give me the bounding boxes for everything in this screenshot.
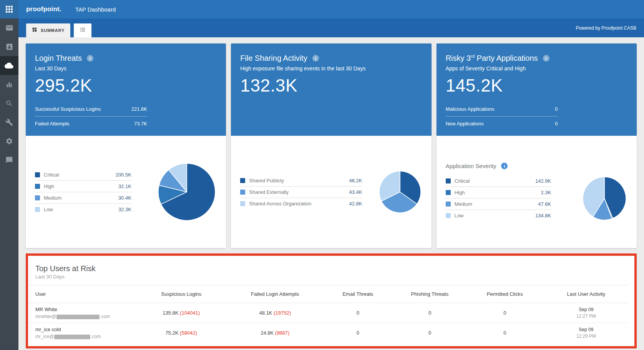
cloud-icon [5, 61, 14, 70]
sidebar-item-reports[interactable] [0, 75, 18, 94]
table-row[interactable]: MR White mrwhite@.com 135.8K (104041) 48… [28, 303, 628, 323]
legend-row: Shared Externally43.4K [240, 187, 362, 198]
card-risky-apps-header: Risky 3rd Party Applications i Apps of S… [437, 43, 637, 136]
info-icon[interactable]: i [312, 55, 319, 62]
top-users-table: User Suspicious Logins Failed Login Atte… [28, 285, 628, 343]
top-users-at-risk-panel: Top Users at Risk Last 30 Days User Susp… [26, 253, 637, 348]
permitted-clicks-value: 0 [466, 303, 544, 323]
info-icon[interactable]: i [87, 55, 93, 62]
sidebar-item-contacts[interactable] [0, 37, 18, 56]
column-header-user[interactable]: User [28, 285, 134, 303]
app-severity-pie-chart [582, 176, 627, 221]
column-header-email-threats[interactable]: Email Threats [322, 285, 394, 303]
redaction-box [56, 315, 100, 319]
card-metric-value: 295.2K [35, 75, 217, 96]
card-metric-value: 132.3K [240, 75, 422, 96]
sidebar-item-feedback[interactable] [0, 150, 18, 169]
chat-bubble-icon [5, 156, 13, 164]
panel-title: Top Users at Risk [28, 264, 634, 273]
column-header-failed-login-attempts[interactable]: Failed Login Attempts [228, 285, 322, 303]
legend-swatch [446, 213, 451, 218]
card-risky-apps: Risky 3rd Party Applications i Apps of S… [437, 43, 637, 248]
info-icon[interactable]: i [543, 55, 549, 62]
contact-card-icon [5, 43, 13, 51]
user-name: mr_ice cold [35, 327, 132, 332]
card-title: Login Threats [35, 54, 82, 63]
severity-legend: Critical200.5K High32.1K Medium30.4K Low… [35, 169, 131, 215]
stat-row: Failed Attempts73.7K [35, 117, 147, 131]
login-threats-pie-chart [158, 163, 216, 221]
summary-cards-row: Login Threats i Last 30 Days 295.2K Succ… [26, 43, 637, 248]
column-header-phishing-threats[interactable]: Phishing Threats [394, 285, 466, 303]
card-subtitle: Apps of Severity Critical and High [446, 65, 627, 72]
sidebar-item-cloud-casb[interactable] [0, 56, 18, 75]
main-area: proofpoint. TAP Dashboard SUMMARY Powere… [18, 0, 644, 350]
legend-swatch [35, 195, 40, 200]
powered-by-label: Powered by Proofpoint CASB [576, 25, 636, 31]
card-subtitle: High exposure file sharing events in the… [240, 65, 422, 72]
legend-swatch [35, 207, 40, 212]
gear-icon [5, 137, 13, 145]
legend-row: Critical142.9K [446, 175, 551, 187]
wrench-icon [5, 118, 13, 126]
user-name: MR White [35, 307, 132, 312]
tab-bar: SUMMARY Powered by Proofpoint CASB [18, 18, 644, 37]
email-threats-value: 0 [322, 303, 394, 323]
card-stats: Malicious Applications0 New Applications… [446, 102, 558, 131]
card-login-threats: Login Threats i Last 30 Days 295.2K Succ… [26, 43, 226, 248]
tabs: SUMMARY [26, 23, 91, 37]
sidebar-item-tools[interactable] [0, 113, 18, 132]
card-stats: Successful Suspicious Logins221.6K Faile… [35, 102, 147, 131]
tab-summary-label: SUMMARY [41, 28, 65, 33]
application-severity-label: Application Severity [446, 163, 496, 169]
top-header: proofpoint. TAP Dashboard [18, 0, 644, 18]
sidebar [0, 0, 18, 350]
permitted-clicks-value: 0 [466, 323, 544, 343]
stat-row: Malicious Applications0 [446, 102, 558, 117]
card-login-threats-header: Login Threats i Last 30 Days 295.2K Succ… [26, 43, 226, 136]
legend-row: Medium30.4K [35, 192, 131, 204]
last-user-activity-value: Sep 09 12:27 PM [544, 303, 628, 323]
tab-list-view[interactable] [74, 23, 91, 37]
column-header-permitted-clicks[interactable]: Permitted Clicks [466, 285, 544, 303]
search-icon [5, 100, 13, 107]
card-title: File Sharing Activity [240, 54, 307, 63]
card-login-threats-breakdown: Critical200.5K High32.1K Medium30.4K Low… [26, 136, 226, 248]
legend-swatch [240, 178, 245, 183]
card-metric-value: 145.2K [446, 75, 627, 96]
app-root: proofpoint. TAP Dashboard SUMMARY Powere… [0, 0, 644, 350]
app-grid-button[interactable] [0, 0, 18, 18]
stat-row: Successful Suspicious Logins221.6K [35, 102, 147, 117]
list-icon [80, 27, 86, 34]
column-header-suspicious-logins[interactable]: Suspicious Logins [134, 285, 228, 303]
user-email: mrwhite@.com [35, 314, 132, 319]
panel-subtitle: Last 30 Days [28, 273, 634, 285]
sidebar-item-mail[interactable] [0, 18, 18, 37]
page-title: TAP Dashboard [75, 6, 116, 13]
legend-swatch [446, 178, 451, 183]
dashboard-content: Login Threats i Last 30 Days 295.2K Succ… [18, 37, 644, 350]
info-icon[interactable]: i [501, 163, 508, 169]
sidebar-item-settings[interactable] [0, 132, 18, 150]
stat-row: New Applications0 [446, 117, 558, 131]
apps-grid-icon [6, 6, 13, 13]
sharing-legend: Shared Publicly46.2K Shared Externally43… [240, 175, 362, 209]
legend-row: Shared Publicly46.2K [240, 175, 362, 187]
mail-icon [5, 24, 13, 32]
tab-summary[interactable]: SUMMARY [26, 23, 70, 37]
table-row[interactable]: mr_ice cold mr_ice@.com 75.2K (58042) 24… [28, 323, 628, 343]
column-header-last-user-activity[interactable]: Last User Activity [544, 285, 628, 303]
legend-swatch [446, 190, 451, 195]
legend-row: High2.3K [446, 187, 551, 198]
suspicious-logins-value: 75.2K (58042) [134, 323, 228, 343]
card-file-sharing: File Sharing Activity i High exposure fi… [231, 43, 431, 248]
legend-row: Medium47.6K [446, 198, 551, 210]
last-user-activity-value: Sep 09 12:29 PM [544, 323, 628, 343]
sidebar-item-search[interactable] [0, 94, 18, 113]
card-file-sharing-header: File Sharing Activity i High exposure fi… [231, 43, 431, 136]
legend-swatch [35, 172, 40, 177]
card-subtitle: Last 30 Days [35, 65, 217, 72]
legend-row: Critical200.5K [35, 169, 131, 181]
card-file-sharing-breakdown: Shared Publicly46.2K Shared Externally43… [231, 136, 431, 248]
legend-row: High32.1K [35, 181, 131, 192]
